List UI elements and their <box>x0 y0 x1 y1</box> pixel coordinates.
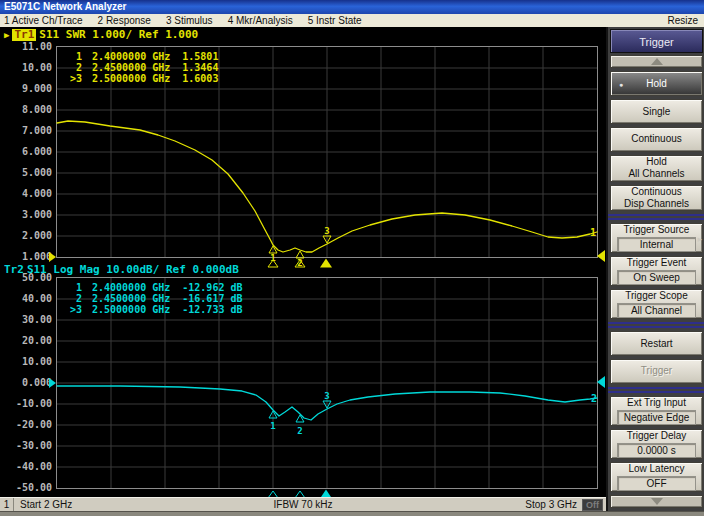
y-tick: 20.00 <box>0 336 52 346</box>
softkey-value: 0.0000 s <box>617 443 696 458</box>
menu-mkr-analysis[interactable]: 4 Mkr/Analysis <box>228 14 293 27</box>
y-tick: 8.000 <box>0 105 52 115</box>
start-frequency-label: Start 2 GHz <box>20 498 72 512</box>
status-bar: 1 Start 2 GHz IFBW 70 kHz Stop 3 GHz Off <box>0 497 606 511</box>
softkey-hold-all-channels[interactable]: Hold All Channels <box>610 155 703 182</box>
chevron-down-icon <box>651 498 663 505</box>
menu-active-ch-trace[interactable]: 1 Active Ch/Trace <box>4 14 83 27</box>
stimulus-marker-3-active-icon <box>320 259 332 268</box>
marker-value: 1.3464 <box>182 62 218 73</box>
softkey-scroll-up-button[interactable] <box>610 55 703 68</box>
trace1-marker-table: 1 2.4000000 GHz 1.5801 2 2.4500000 GHz 1… <box>64 51 218 84</box>
marker-id: >3 <box>64 304 82 315</box>
softkey-restart[interactable]: Restart <box>610 331 703 356</box>
y-tick: -30.00 <box>0 441 52 451</box>
marker-row: 1 2.4000000 GHz -12.962 dB <box>64 282 243 293</box>
softkey-single[interactable]: Single <box>610 99 703 124</box>
marker-value: -16.617 dB <box>182 293 242 304</box>
marker-freq: 2.4000000 GHz <box>92 51 170 62</box>
status-badge: Off <box>582 499 603 511</box>
softkey-label: Trigger Event <box>611 257 702 269</box>
softkey-label: Hold <box>611 78 702 90</box>
softkey-label: Single <box>611 106 702 118</box>
softkey-menu-title: Trigger <box>610 29 703 53</box>
marker-row: 2 2.4500000 GHz -16.617 dB <box>64 293 243 304</box>
trace1-header[interactable]: ▶ Tr1 S11 SWR 1.000/ Ref 1.000 <box>4 29 198 41</box>
marker-value: -12.733 dB <box>182 304 242 315</box>
menu-response[interactable]: 2 Response <box>98 14 151 27</box>
softkey-trigger-disabled: Trigger <box>610 359 703 384</box>
softkey-separator <box>608 322 704 328</box>
marker-freq: 2.5000000 GHz <box>92 304 170 315</box>
softkey-label: Restart <box>611 338 702 350</box>
softkey-label: Hold <box>611 156 702 168</box>
trace1-name: Tr1 <box>12 29 36 41</box>
chevron-up-icon <box>651 58 663 65</box>
y-tick: 6.000 <box>0 147 52 157</box>
marker-id: >3 <box>64 73 82 84</box>
y-tick: 2.000 <box>0 231 52 241</box>
marker-id: 1 <box>64 282 82 293</box>
marker-value: 1.5801 <box>182 51 218 62</box>
softkey-hold[interactable]: ● Hold <box>610 71 703 96</box>
marker-row: >3 2.5000000 GHz 1.6003 <box>64 73 218 84</box>
trace1-number-label: 1 <box>590 227 596 238</box>
title-bar[interactable]: E5071C Network Analyzer <box>0 0 704 14</box>
softkey-value: All Channel <box>617 303 696 318</box>
y-tick: 40.00 <box>0 294 52 304</box>
softkey-ext-trig-input[interactable]: Ext Trig Input Negative Edge <box>610 396 703 426</box>
trace2-format-label: S11 Log Mag 10.00dB/ Ref 0.000dB <box>27 264 239 276</box>
softkey-value: Negative Edge <box>617 410 696 425</box>
y-tick: 5.000 <box>0 168 52 178</box>
y-ref-tick: 1.000 <box>0 252 52 262</box>
softkey-label: Low Latency <box>611 463 702 475</box>
stimulus-marker-1-icon <box>268 260 278 267</box>
window-title: E5071C Network Analyzer <box>4 1 126 12</box>
y-tick: 30.00 <box>0 315 52 325</box>
trace1-format-label: S11 SWR 1.000/ Ref 1.000 <box>39 29 198 41</box>
active-trace-arrow-icon: ▶ <box>4 29 9 41</box>
softkey-label: Ext Trig Input <box>611 397 702 409</box>
y-tick: 10.00 <box>0 63 52 73</box>
softkey-value: Internal <box>617 237 696 252</box>
softkey-label: All Channels <box>611 168 702 180</box>
softkey-scroll-down-button[interactable] <box>610 495 703 508</box>
y-tick: 3.000 <box>0 210 52 220</box>
softkey-label: Trigger Delay <box>611 430 702 442</box>
menu-resize[interactable]: Resize <box>667 14 698 27</box>
y-tick: 50.00 <box>0 273 52 283</box>
softkey-separator <box>608 387 704 393</box>
marker-row: 2 2.4500000 GHz 1.3464 <box>64 62 218 73</box>
trace2-marker-table: 1 2.4000000 GHz -12.962 dB 2 2.4500000 G… <box>64 282 243 315</box>
window-bottom-edge <box>0 511 704 516</box>
softkey-label: Trigger <box>611 365 702 377</box>
softkey-trigger-event[interactable]: Trigger Event On Sweep <box>610 256 703 286</box>
ref-level-pointer-right-trace1 <box>597 250 605 262</box>
trace2-number-label: 2 <box>591 393 597 404</box>
softkey-low-latency[interactable]: Low Latency OFF <box>610 462 703 492</box>
softkey-value: On Sweep <box>617 270 696 285</box>
softkey-label: Trigger Scope <box>611 290 702 302</box>
svg-text:3: 3 <box>324 226 329 236</box>
softkey-trigger-delay[interactable]: Trigger Delay 0.0000 s <box>610 429 703 459</box>
softkey-trigger-source[interactable]: Trigger Source Internal ▸ <box>610 223 703 253</box>
y-tick: -10.00 <box>0 399 52 409</box>
selected-bullet-icon: ● <box>619 81 623 88</box>
menu-instr-state[interactable]: 5 Instr State <box>308 14 362 27</box>
y-tick: 11.00 <box>0 42 52 52</box>
softkey-label: Continuous <box>611 186 702 198</box>
softkey-continuous-disp-channels[interactable]: Continuous Disp Channels <box>610 185 703 212</box>
svg-text:1: 1 <box>270 421 275 431</box>
softkey-trigger-scope[interactable]: Trigger Scope All Channel <box>610 289 703 319</box>
channel-indicator: 1 <box>0 498 14 511</box>
ref-level-pointer-left-trace2 <box>49 378 56 388</box>
marker-freq: 2.4500000 GHz <box>92 62 170 73</box>
y-tick: 10.00 <box>0 357 52 367</box>
marker-id: 2 <box>64 293 82 304</box>
softkey-label: Disp Channels <box>611 198 702 210</box>
instrument-window: E5071C Network Analyzer 1 Active Ch/Trac… <box>0 0 704 516</box>
svg-text:2: 2 <box>297 426 302 436</box>
softkey-continuous[interactable]: Continuous <box>610 127 703 152</box>
menu-stimulus[interactable]: 3 Stimulus <box>166 14 213 27</box>
marker-freq: 2.5000000 GHz <box>92 73 170 84</box>
